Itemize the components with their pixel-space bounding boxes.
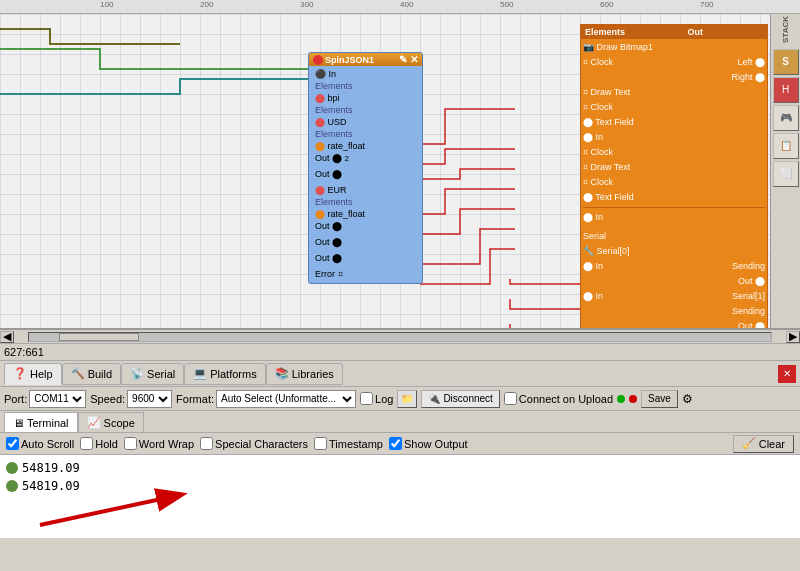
output-icon-1: [6, 462, 18, 474]
right-panel: Elements Out 📷 Draw Bitmap1 ⌗ ClockLeft …: [580, 24, 768, 329]
special-chars-checkbox[interactable]: [200, 437, 213, 450]
show-output-option: Show Output: [389, 437, 468, 450]
canvas-area[interactable]: SpinJSON1 ✎ ✕ ⚫ In Elements ⬤ bpi Elemen…: [0, 14, 800, 329]
libraries-icon: 📚: [275, 367, 289, 380]
terminal-tabs: 🖥 Terminal 📈 Scope: [0, 411, 800, 433]
speed-select[interactable]: 9600: [127, 390, 172, 408]
ruler: 100 200 300 400 500 600 700: [0, 0, 800, 14]
tab-serial[interactable]: 📡 Serial: [121, 363, 184, 385]
spin-json-node[interactable]: SpinJSON1 ✎ ✕ ⚫ In Elements ⬤ bpi Elemen…: [308, 52, 423, 284]
auto-scroll-option: Auto Scroll: [6, 437, 74, 450]
special-chars-option: Special Characters: [200, 437, 308, 450]
stack-panel: STACK S H 🎮 📋 ⬜: [770, 14, 800, 329]
right-panel-header: Elements Out: [581, 25, 767, 39]
port-label: Port: COM11: [4, 390, 86, 408]
spin-json-title: SpinJSON1: [325, 55, 374, 65]
options-bar: Auto Scroll Hold Word Wrap Special Chara…: [0, 433, 800, 455]
scroll-right-btn[interactable]: ▶: [786, 331, 800, 343]
show-output-checkbox[interactable]: [389, 437, 402, 450]
terminal-line-1: 54819.09: [6, 459, 794, 477]
tab-libraries[interactable]: 📚 Libraries: [266, 363, 343, 385]
stack-item-2[interactable]: H: [773, 77, 799, 103]
tab-build[interactable]: 🔨 Build: [62, 363, 121, 385]
timestamp-checkbox[interactable]: [314, 437, 327, 450]
terminal-tab[interactable]: 🖥 Terminal: [4, 412, 78, 432]
serial-icon: 📡: [130, 367, 144, 380]
log-icon[interactable]: 📁: [397, 390, 417, 408]
tab-help[interactable]: ❓ Help: [4, 363, 62, 385]
stack-label: STACK: [781, 16, 790, 43]
terminal-output[interactable]: 54819.09 54819.09: [0, 455, 800, 538]
node-row: ⚫ In: [311, 68, 420, 80]
save-button[interactable]: Save: [641, 390, 678, 408]
scroll-left-btn[interactable]: ◀: [0, 331, 14, 343]
settings-icon[interactable]: ⚙: [682, 392, 693, 406]
stack-item-4[interactable]: 📋: [773, 133, 799, 159]
output-icon-2: [6, 480, 18, 492]
stack-item-5[interactable]: ⬜: [773, 161, 799, 187]
status-red-dot: [629, 395, 637, 403]
word-wrap-checkbox[interactable]: [124, 437, 137, 450]
spin-json-header: SpinJSON1 ✎ ✕: [309, 53, 422, 66]
clear-icon: 🧹: [742, 437, 756, 450]
auto-scroll-checkbox[interactable]: [6, 437, 19, 450]
scope-tab[interactable]: 📈 Scope: [78, 412, 144, 432]
stack-item-3[interactable]: 🎮: [773, 105, 799, 131]
serial-bar: Port: COM11 Speed: 9600 Format: Auto Sel…: [0, 387, 800, 411]
status-green-dot: [617, 395, 625, 403]
log-label: Log: [360, 392, 393, 405]
tab-platforms[interactable]: 💻 Platforms: [184, 363, 265, 385]
scrollbar-thumb[interactable]: [59, 333, 139, 341]
stack-item-1[interactable]: S: [773, 49, 799, 75]
terminal-tab-icon: 🖥: [13, 417, 24, 429]
format-label: Format: Auto Select (Unformatte...: [176, 390, 356, 408]
scrollbar-track[interactable]: [28, 332, 772, 342]
coords-display: 627:661: [4, 346, 44, 358]
format-select[interactable]: Auto Select (Unformatte...: [216, 390, 356, 408]
close-panel-btn[interactable]: ✕: [778, 365, 796, 383]
build-icon: 🔨: [71, 367, 85, 380]
connect-on-upload-label: Connect on Upload: [504, 392, 613, 405]
speed-label: Speed: 9600: [90, 390, 172, 408]
canvas-scrollbar[interactable]: ◀ ▶: [0, 329, 800, 343]
hold-option: Hold: [80, 437, 118, 450]
help-icon: ❓: [13, 367, 27, 380]
log-checkbox[interactable]: [360, 392, 373, 405]
word-wrap-option: Word Wrap: [124, 437, 194, 450]
toolbar-tabs: ❓ Help 🔨 Build 📡 Serial 💻 Platforms 📚 Li…: [0, 361, 800, 387]
terminal-line-2: 54819.09: [6, 477, 794, 495]
timestamp-option: Timestamp: [314, 437, 383, 450]
disconnect-icon: 🔌: [428, 393, 440, 404]
connect-on-upload-checkbox[interactable]: [504, 392, 517, 405]
clear-button[interactable]: 🧹 Clear: [733, 435, 794, 453]
scope-tab-icon: 📈: [87, 416, 101, 429]
coords-bar: 627:661: [0, 343, 800, 361]
hold-checkbox[interactable]: [80, 437, 93, 450]
rp-draw-bitmap: 📷 Draw Bitmap1: [583, 40, 765, 55]
disconnect-button[interactable]: 🔌 Disconnect: [421, 390, 499, 408]
port-select[interactable]: COM11: [29, 390, 86, 408]
platforms-icon: 💻: [193, 367, 207, 380]
